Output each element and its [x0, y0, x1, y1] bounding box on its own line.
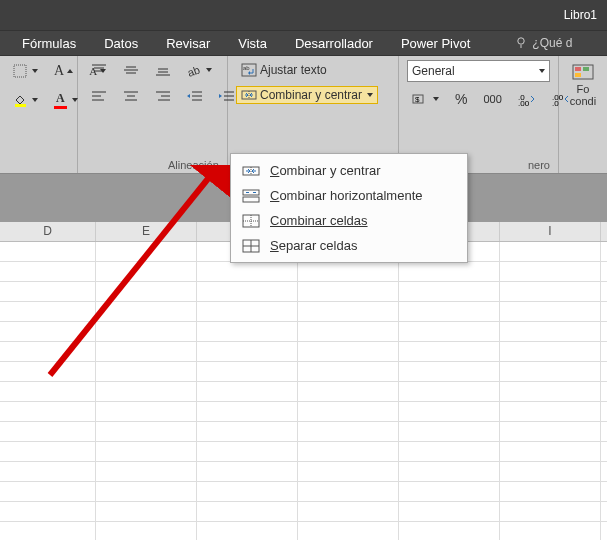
cell[interactable] — [298, 282, 399, 301]
cell[interactable] — [96, 362, 197, 381]
thousands-button[interactable]: 000 — [478, 90, 506, 108]
cell[interactable] — [197, 442, 298, 461]
fill-color-button[interactable] — [8, 90, 43, 110]
cell[interactable] — [298, 462, 399, 481]
cell[interactable] — [0, 362, 96, 381]
cell[interactable] — [500, 442, 601, 461]
cell[interactable] — [0, 302, 96, 321]
cell[interactable] — [96, 322, 197, 341]
cell[interactable] — [298, 442, 399, 461]
cell[interactable] — [197, 342, 298, 361]
cell[interactable] — [197, 282, 298, 301]
cell[interactable] — [0, 342, 96, 361]
cell[interactable] — [298, 482, 399, 501]
cell[interactable] — [0, 522, 96, 540]
cell[interactable] — [0, 382, 96, 401]
cell[interactable] — [96, 522, 197, 540]
increase-decimal-button[interactable]: .0.00 — [513, 89, 541, 109]
cell[interactable] — [0, 442, 96, 461]
tab-data[interactable]: Datos — [104, 36, 138, 51]
cell[interactable] — [399, 502, 500, 521]
cell[interactable] — [500, 402, 601, 421]
cell[interactable] — [399, 342, 500, 361]
menu-merge-cells[interactable]: Combinar celdas — [232, 208, 466, 233]
cell[interactable] — [197, 382, 298, 401]
tell-me[interactable]: ¿Qué d — [514, 36, 572, 50]
cell[interactable] — [500, 282, 601, 301]
orientation-button[interactable]: ab — [182, 60, 217, 80]
cell[interactable] — [197, 302, 298, 321]
conditional-format-button[interactable]: Fo condi — [565, 60, 601, 110]
cell[interactable] — [96, 402, 197, 421]
merge-dropdown-caret[interactable] — [367, 93, 373, 97]
cell[interactable] — [500, 362, 601, 381]
tab-formulas[interactable]: Fórmulas — [22, 36, 76, 51]
cell[interactable] — [96, 242, 197, 261]
tab-review[interactable]: Revisar — [166, 36, 210, 51]
cell[interactable] — [197, 482, 298, 501]
cell[interactable] — [298, 402, 399, 421]
cell[interactable] — [96, 282, 197, 301]
spreadsheet-grid[interactable] — [0, 242, 607, 540]
cell[interactable] — [197, 362, 298, 381]
cell[interactable] — [197, 502, 298, 521]
cell[interactable] — [399, 522, 500, 540]
cell[interactable] — [399, 362, 500, 381]
align-top-button[interactable] — [86, 60, 112, 80]
wrap-text-button[interactable]: ab Ajustar texto — [236, 60, 332, 80]
cell[interactable] — [96, 302, 197, 321]
merge-center-button[interactable]: Combinar y centrar — [236, 86, 378, 104]
cell[interactable] — [197, 462, 298, 481]
cell[interactable] — [298, 502, 399, 521]
cell[interactable] — [500, 382, 601, 401]
cell[interactable] — [399, 302, 500, 321]
cell[interactable] — [96, 382, 197, 401]
cell[interactable] — [399, 442, 500, 461]
cell[interactable] — [0, 402, 96, 421]
align-bottom-button[interactable] — [150, 60, 176, 80]
cell[interactable] — [0, 322, 96, 341]
cell[interactable] — [0, 262, 96, 281]
cell[interactable] — [298, 422, 399, 441]
cell[interactable] — [399, 402, 500, 421]
align-middle-button[interactable] — [118, 60, 144, 80]
align-left-button[interactable] — [86, 86, 112, 106]
cell[interactable] — [197, 262, 298, 281]
cell[interactable] — [0, 422, 96, 441]
cell[interactable] — [96, 262, 197, 281]
col-header-d[interactable]: D — [0, 222, 96, 241]
cell[interactable] — [399, 482, 500, 501]
cell[interactable] — [298, 342, 399, 361]
cell[interactable] — [399, 282, 500, 301]
align-center-button[interactable] — [118, 86, 144, 106]
cell[interactable] — [500, 522, 601, 540]
cell[interactable] — [500, 502, 601, 521]
cell[interactable] — [96, 462, 197, 481]
cell[interactable] — [197, 522, 298, 540]
number-format-select[interactable]: General — [407, 60, 550, 82]
menu-merge-across[interactable]: Combinar horizontalmente — [232, 183, 466, 208]
cell[interactable] — [0, 502, 96, 521]
cell[interactable] — [0, 242, 96, 261]
cell[interactable] — [500, 342, 601, 361]
cell[interactable] — [399, 462, 500, 481]
cell[interactable] — [298, 522, 399, 540]
cell[interactable] — [96, 442, 197, 461]
cell[interactable] — [500, 482, 601, 501]
cell[interactable] — [500, 242, 601, 261]
cell[interactable] — [500, 322, 601, 341]
cell[interactable] — [96, 422, 197, 441]
cell[interactable] — [500, 262, 601, 281]
align-right-button[interactable] — [150, 86, 176, 106]
cell[interactable] — [500, 462, 601, 481]
cell[interactable] — [298, 362, 399, 381]
cell[interactable] — [96, 482, 197, 501]
menu-merge-center[interactable]: Combinar y centrar — [232, 158, 466, 183]
cell[interactable] — [0, 462, 96, 481]
cell[interactable] — [399, 382, 500, 401]
tab-view[interactable]: Vista — [238, 36, 267, 51]
cell[interactable] — [197, 402, 298, 421]
grow-font-button[interactable]: A — [49, 60, 78, 82]
accounting-format-button[interactable]: $ — [407, 89, 444, 109]
cell[interactable] — [96, 342, 197, 361]
